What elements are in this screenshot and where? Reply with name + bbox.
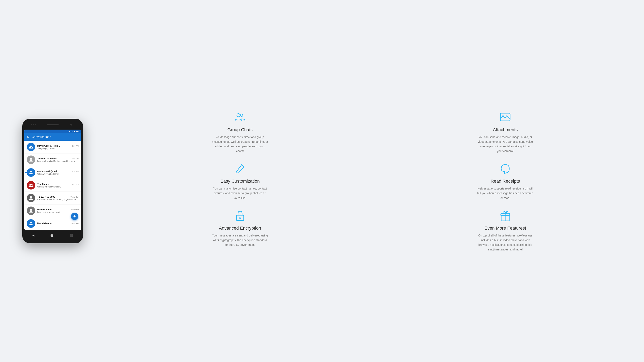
more-features-icon — [498, 209, 512, 223]
conv-time: 1:51 AM — [72, 183, 78, 185]
feature-desc: Your messages are sent and delivered usi… — [212, 233, 268, 247]
list-item[interactable]: Jennifer Gonzalez 6:09 AM I am really ex… — [24, 153, 81, 166]
conv-content: David Garcia Yesterday — [37, 222, 78, 225]
read-receipts-icon — [498, 162, 512, 176]
status-icons: ▲▲ ⊙ ▮ — [69, 130, 75, 132]
features-grid: Group Chats weMessage supports direct an… — [105, 102, 644, 260]
feature-desc: weMessage supports read receipts, so it … — [477, 186, 534, 200]
conv-name: The Family — [37, 183, 50, 185]
attachments-icon — [498, 110, 512, 124]
phone-camera — [70, 124, 72, 125]
feature-attachments: Attachments You can send and receive ima… — [379, 110, 632, 153]
conv-time: 6:09 AM — [72, 158, 78, 160]
conv-time: 6:20 AM — [72, 145, 78, 147]
feature-title: Easy Customization — [220, 179, 260, 184]
conv-time: 5:16 AM — [72, 170, 78, 172]
app-bar: ⚙ Conversations — [24, 133, 81, 141]
conv-message: When will you be there? — [37, 173, 78, 175]
svg-point-1 — [240, 114, 243, 116]
svg-rect-6 — [236, 215, 244, 221]
conv-message: I am really excited for that new video g… — [37, 160, 78, 162]
conv-name: Jennifer Gonzalez — [37, 157, 57, 160]
feature-encryption: Advanced Encryption Your messages are se… — [114, 209, 367, 252]
feature-title: Read Receipts — [491, 179, 520, 184]
feature-read-receipts: Read Receipts weMessage supports read re… — [379, 162, 632, 200]
conv-time: Yesterday — [70, 223, 78, 225]
avatar — [27, 168, 35, 177]
customization-icon — [233, 162, 247, 176]
avatar — [27, 155, 35, 164]
phone-nav-bar: ◀ ⬤ ⬛ — [24, 232, 81, 239]
feature-customization: Easy Customization You can customize con… — [114, 162, 367, 200]
home-button[interactable]: ⬤ — [50, 234, 54, 237]
list-item[interactable]: maria-smith@mail... 5:16 AM When will yo… — [24, 166, 81, 179]
battery-icon: ▮ — [74, 130, 75, 132]
conv-message: See you guys soon! — [37, 147, 78, 150]
feature-desc: weMessage supports direct and group mess… — [212, 135, 268, 153]
list-item[interactable]: David Garcia, Rich... 6:20 AM See you gu… — [24, 141, 81, 153]
feature-title: Attachments — [493, 127, 518, 132]
feature-desc: You can send and receive image, audio, o… — [477, 135, 534, 153]
feature-title: Group Chats — [227, 127, 252, 132]
left-panel: ▲▲ ⊙ ▮ 9:42 ⚙ Conversations — [0, 110, 105, 252]
conv-content: Jennifer Gonzalez 6:09 AM I am really ex… — [37, 157, 78, 162]
back-button[interactable]: ◀ — [32, 234, 34, 237]
conv-message: I am coming in one minute — [37, 211, 78, 213]
conv-time: Yesterday — [70, 196, 78, 198]
status-time: 9:42 — [76, 130, 80, 132]
conv-time: Yesterday — [70, 209, 78, 211]
settings-icon[interactable]: ⚙ — [27, 135, 30, 139]
avatar — [27, 194, 35, 202]
feature-title: Even More Features! — [484, 226, 526, 231]
conv-name: +1 123-456-7890 — [37, 196, 55, 198]
group-chats-icon — [233, 110, 247, 124]
conv-content: maria-smith@mail... 5:16 AM When will yo… — [37, 170, 78, 175]
wifi-icon: ⊙ — [72, 130, 74, 132]
conv-name: maria-smith@mail... — [37, 170, 59, 172]
phone-mockup: ▲▲ ⊙ ▮ 9:42 ⚙ Conversations — [22, 119, 83, 243]
svg-point-3 — [502, 115, 504, 116]
conv-content: +1 123-456-7890 Yesterday Can't wait to … — [37, 196, 78, 201]
fab-button[interactable]: + — [71, 213, 78, 220]
encryption-icon — [233, 209, 247, 223]
svg-point-0 — [237, 114, 240, 117]
conv-name: David Garcia, Rich... — [37, 145, 60, 147]
conv-content: The Family 1:51 AM When's our next vacat… — [37, 183, 78, 188]
conv-content: David Garcia, Rich... 6:20 AM See you gu… — [37, 145, 78, 150]
unread-indicator — [25, 172, 27, 174]
conv-message: When's our next vacation? — [37, 186, 78, 188]
avatar — [27, 219, 35, 228]
conv-message: Can't wait to see you when you get back … — [37, 198, 78, 201]
feature-group-chats: Group Chats weMessage supports direct an… — [114, 110, 367, 153]
avatar — [27, 181, 35, 190]
phone-screen: ▲▲ ⊙ ▮ 9:42 ⚙ Conversations — [24, 130, 81, 230]
conversation-list: David Garcia, Rich... 6:20 AM See you gu… — [24, 141, 81, 230]
conv-name: David Garcia — [37, 222, 52, 225]
feature-more: Even More Features! On top of all of the… — [379, 209, 632, 252]
feature-desc: You can customize contact names, contact… — [212, 186, 268, 200]
avatar — [27, 207, 35, 215]
svg-line-5 — [236, 165, 241, 172]
feature-title: Advanced Encryption — [219, 226, 261, 231]
conv-name: Robert Jones — [37, 208, 52, 211]
app-title: Conversations — [32, 135, 78, 138]
phone-dots — [31, 124, 36, 125]
feature-desc: On top of all of these features, weMessa… — [477, 233, 534, 252]
avatar — [27, 143, 35, 151]
signal-icon: ▲▲ — [69, 131, 72, 132]
status-bar: ▲▲ ⊙ ▮ 9:42 — [24, 130, 81, 133]
recents-button[interactable]: ⬛ — [70, 234, 73, 237]
conv-content: Robert Jones Yesterday I am coming in on… — [37, 208, 78, 213]
list-item[interactable]: +1 123-456-7890 Yesterday Can't wait to … — [24, 192, 81, 205]
phone-speaker — [46, 124, 59, 125]
list-item[interactable]: The Family 1:51 AM When's our next vacat… — [24, 179, 81, 192]
